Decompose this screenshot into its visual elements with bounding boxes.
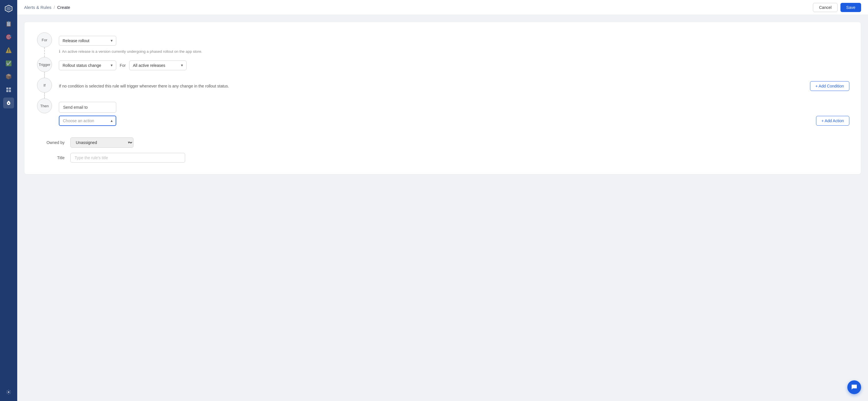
chat-bubble[interactable] xyxy=(847,380,861,394)
sidebar-logo[interactable] xyxy=(3,3,14,14)
if-section: If If no condition is selected this rule… xyxy=(36,78,849,98)
svg-rect-4 xyxy=(6,90,8,92)
sidebar-item-3[interactable]: ✅ xyxy=(3,58,14,69)
breadcrumb-current: Create xyxy=(57,5,70,10)
choose-action-container: Choose an action ▲ xyxy=(59,115,116,126)
then-row-2: Choose an action ▲ + Add Action xyxy=(59,115,849,126)
sidebar-item-alerts[interactable] xyxy=(3,98,14,108)
if-circle: If xyxy=(37,78,52,93)
for-section: For Release rollout ▼ ℹ An active rele xyxy=(36,32,849,57)
sidebar-item-5[interactable] xyxy=(3,84,14,95)
if-row: If no condition is selected this rule wi… xyxy=(59,81,849,91)
sidebar-item-4[interactable]: 📦 xyxy=(3,71,14,82)
breadcrumb-separator: / xyxy=(54,5,55,10)
then-content: Send email to Choose an action ▲ xyxy=(53,98,849,129)
sidebar: 📋 🎯 ⚠️ ✅ 📦 xyxy=(0,0,17,401)
trigger-connector: Trigger xyxy=(36,57,53,78)
rule-card: For Release rollout ▼ ℹ An active rele xyxy=(24,22,861,174)
main-content: Alerts & Rules / Create Cancel Save For xyxy=(17,0,868,401)
trigger-section: Trigger Rollout status change ▼ For xyxy=(36,57,849,78)
then-connector: Then xyxy=(36,98,53,129)
svg-marker-1 xyxy=(6,6,11,11)
add-action-button[interactable]: + Add Action xyxy=(816,116,849,126)
svg-rect-3 xyxy=(9,88,11,90)
title-row: Title xyxy=(42,153,849,163)
for-connector: For xyxy=(36,32,53,57)
owned-by-dropdown-container: Unassigned Me Team ▼ xyxy=(70,137,133,148)
page-body: For Release rollout ▼ ℹ An active rele xyxy=(17,15,868,401)
svg-point-6 xyxy=(8,103,9,104)
header: Alerts & Rules / Create Cancel Save xyxy=(17,0,868,15)
if-connector-line xyxy=(44,93,45,98)
metadata-section: Owned by Unassigned Me Team ▼ Title xyxy=(36,137,849,163)
sidebar-item-1[interactable]: 🎯 xyxy=(3,32,14,42)
svg-rect-5 xyxy=(9,90,11,92)
rule-sections: For Release rollout ▼ ℹ An active rele xyxy=(36,32,849,129)
sidebar-item-0[interactable]: 📋 xyxy=(3,19,14,29)
trigger-circle: Trigger xyxy=(37,57,52,72)
svg-point-7 xyxy=(8,391,9,393)
for-dropdown-container: Release rollout ▼ xyxy=(59,36,116,45)
for-connector-line xyxy=(44,47,45,57)
trigger-content: Rollout status change ▼ For All active r… xyxy=(53,57,849,78)
trigger-for-dropdown[interactable]: All active releases xyxy=(129,61,187,70)
owned-by-dropdown[interactable]: Unassigned Me Team xyxy=(70,137,133,148)
title-label: Title xyxy=(42,156,65,160)
choose-action-wrapper: Choose an action ▲ xyxy=(59,115,816,126)
for-info-text: ℹ An active release is a version current… xyxy=(59,49,849,54)
then-rows: Send email to Choose an action ▲ xyxy=(59,102,849,126)
trigger-dropdown[interactable]: Rollout status change xyxy=(59,61,116,70)
breadcrumb: Alerts & Rules / Create xyxy=(24,5,70,10)
trigger-dropdown-container: Rollout status change ▼ xyxy=(59,61,116,70)
owned-by-row: Owned by Unassigned Me Team ▼ xyxy=(42,137,849,148)
trigger-row: Rollout status change ▼ For All active r… xyxy=(59,61,849,70)
then-row-1: Send email to xyxy=(59,102,849,113)
trigger-connector-line xyxy=(44,72,45,78)
owned-by-label: Owned by xyxy=(42,140,65,145)
for-content: Release rollout ▼ ℹ An active release is… xyxy=(53,32,849,57)
cancel-button[interactable]: Cancel xyxy=(813,3,838,12)
if-description: If no condition is selected this rule wi… xyxy=(59,84,229,88)
for-circle: For xyxy=(37,32,52,47)
title-input[interactable] xyxy=(70,153,185,163)
choose-action-dropdown[interactable]: Choose an action xyxy=(59,115,116,126)
trigger-for-label: For xyxy=(120,63,126,68)
add-condition-button[interactable]: + Add Condition xyxy=(810,81,849,91)
then-circle: Then xyxy=(37,98,52,113)
if-connector: If xyxy=(36,78,53,98)
trigger-for-dropdown-container: All active releases ▼ xyxy=(129,61,187,70)
sidebar-settings[interactable] xyxy=(3,387,14,398)
save-button[interactable]: Save xyxy=(840,3,861,12)
svg-rect-2 xyxy=(6,88,8,90)
send-email-box: Send email to xyxy=(59,102,116,113)
info-icon: ℹ xyxy=(59,49,60,54)
if-content: If no condition is selected this rule wi… xyxy=(53,78,849,98)
sidebar-item-2[interactable]: ⚠️ xyxy=(3,45,14,56)
header-actions: Cancel Save xyxy=(813,3,861,12)
breadcrumb-parent[interactable]: Alerts & Rules xyxy=(24,5,51,10)
for-dropdown[interactable]: Release rollout xyxy=(59,36,116,45)
then-section: Then Send email to Choose xyxy=(36,98,849,129)
